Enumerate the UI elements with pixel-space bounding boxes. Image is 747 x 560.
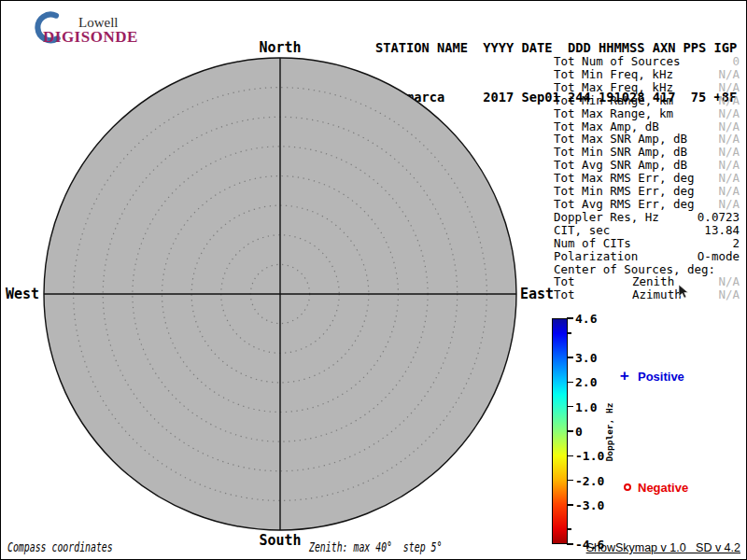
colorbar-tick xyxy=(567,430,573,432)
stat-row: TotAzimuthN/A xyxy=(554,287,740,301)
stat-row: Tot Max Range, kmN/A xyxy=(554,106,740,119)
colorbar-tick-label: -3.0 xyxy=(575,497,604,511)
stat-label: Tot Max Range, km xyxy=(554,106,673,120)
stat-value: N/A xyxy=(718,67,740,81)
stat-label: Tot Max RMS Err, deg xyxy=(554,171,695,185)
stat-row: Tot Max RMS Err, degN/A xyxy=(554,171,740,184)
stat-row: Tot Min Freq, kHzN/A xyxy=(554,67,740,80)
zenith-range-label: Zenith: max 40° step 5° xyxy=(309,539,442,554)
stat-value: N/A xyxy=(718,132,740,146)
stat-label: Tot xyxy=(554,287,575,301)
stat-label: Tot Max Amp, dB xyxy=(554,119,659,133)
stat-row: Num of CITs2 xyxy=(554,236,740,249)
colorbar-tick-label: -2.0 xyxy=(575,473,604,487)
stat-label: Tot xyxy=(554,274,575,288)
colorbar-tick xyxy=(567,543,573,545)
colorbar-tick xyxy=(567,480,573,482)
colorbar-tick xyxy=(567,406,573,408)
stat-value: 2 xyxy=(732,236,740,250)
doppler-colorbar xyxy=(552,318,568,544)
stat-row: Tot Max Amp, dBN/A xyxy=(554,119,740,133)
legend-negative-label: Negative xyxy=(638,481,688,495)
stat-label: Tot Avg RMS Err, deg xyxy=(554,197,695,211)
stat-row: Tot Max Freq, kHzN/A xyxy=(554,80,740,93)
stat-row: CIT, sec13.84 xyxy=(554,223,740,236)
stat-label: Tot Min Range, km xyxy=(554,93,673,107)
stat-value: N/A xyxy=(718,197,740,211)
software-version-label: ShowSkymap v 1.0 SD v 4.2 xyxy=(586,541,740,554)
colorbar-tick-label: 4.6 xyxy=(575,312,597,326)
stat-row: Center of Sources, deg: xyxy=(554,262,740,275)
stat-label: Tot Min SNR Amp, dB xyxy=(554,145,687,159)
stat-label: Polarization xyxy=(554,249,638,263)
stat-value: N/A xyxy=(718,93,740,107)
stat-row: Tot Max SNR Amp, dBN/A xyxy=(554,132,740,145)
compass-label-north: North xyxy=(238,39,322,56)
stat-row: Tot Avg SNR Amp, dBN/A xyxy=(554,158,740,171)
stat-label: Num of CITs xyxy=(554,236,631,250)
mouse-cursor-icon xyxy=(679,285,689,299)
stat-value: N/A xyxy=(718,274,740,288)
stat-label: Tot Min Freq, kHz xyxy=(554,67,673,81)
stat-row: Tot Avg RMS Err, degN/A xyxy=(554,197,740,210)
colorbar-tick-label: 1.0 xyxy=(575,399,597,413)
stats-panel: Tot Num of Sources0Tot Min Freq, kHzN/AT… xyxy=(554,54,740,301)
stat-value: N/A xyxy=(718,106,740,120)
stat-sublabel: Azimuth xyxy=(632,287,682,301)
stat-label: Doppler Res, Hz xyxy=(554,210,659,224)
legend-positive-label: Positive xyxy=(638,370,684,384)
skymap-polar-plot xyxy=(42,56,518,532)
compass-label-west: West xyxy=(2,286,39,302)
colorbar-tick-label: 3.0 xyxy=(575,351,597,365)
colorbar-tick xyxy=(567,455,573,457)
negative-circle-icon xyxy=(624,483,631,491)
stat-value: 13.84 xyxy=(704,223,740,237)
colorbar-minor-tick xyxy=(567,332,571,334)
stat-label: Tot Num of Sources xyxy=(554,54,680,68)
stat-value: 0.0723 xyxy=(698,210,740,224)
colorbar-tick xyxy=(567,382,573,384)
lowell-digisonde-logo: Lowell DIGISONDE xyxy=(26,7,176,49)
stat-value: N/A xyxy=(718,184,740,198)
stat-label: Tot Max SNR Amp, dB xyxy=(554,132,687,146)
colorbar-tick xyxy=(567,317,573,319)
colorbar-axis-title: Doppler, Hz xyxy=(604,403,614,462)
stat-row: Tot Min SNR Amp, dBN/A xyxy=(554,145,740,158)
colorbar-tick-label: 0 xyxy=(575,425,583,439)
stat-value: O-mode xyxy=(698,249,740,263)
colorbar-tick xyxy=(567,357,573,358)
coordinates-mode-label: Compass coordinates xyxy=(7,539,113,554)
stat-label: Tot Max Freq, kHz xyxy=(554,80,673,94)
colorbar-tick-label: 2.0 xyxy=(575,375,597,389)
stat-sublabel: Zenith xyxy=(632,274,674,288)
stat-value: N/A xyxy=(718,119,740,133)
stat-label: Tot Min RMS Err, deg xyxy=(554,184,695,198)
colorbar-minor-tick xyxy=(567,528,571,530)
colorbar-tick xyxy=(567,504,573,506)
stat-value: N/A xyxy=(718,171,740,185)
stat-row: Tot Min Range, kmN/A xyxy=(554,93,740,106)
stat-row: Tot Num of Sources0 xyxy=(554,54,740,67)
stat-row: PolarizationO-mode xyxy=(554,249,740,262)
logo-text-digisonde: DIGISONDE xyxy=(43,28,138,47)
stat-value: N/A xyxy=(718,145,740,159)
stat-row: TotZenithN/A xyxy=(554,274,740,287)
stat-value: N/A xyxy=(718,158,740,172)
stat-value: 0 xyxy=(732,54,740,68)
stat-value: N/A xyxy=(718,80,740,94)
stat-value: N/A xyxy=(718,287,740,301)
stat-label: Center of Sources, deg: xyxy=(554,262,715,276)
stat-row: Doppler Res, Hz0.0723 xyxy=(554,210,740,223)
stat-row: Tot Min RMS Err, degN/A xyxy=(554,184,740,197)
colorbar-tick-label: -1.0 xyxy=(575,449,604,463)
stat-label: Tot Avg SNR Amp, dB xyxy=(554,158,687,172)
stat-label: CIT, sec xyxy=(554,223,610,237)
positive-plus-icon: + xyxy=(620,367,629,385)
